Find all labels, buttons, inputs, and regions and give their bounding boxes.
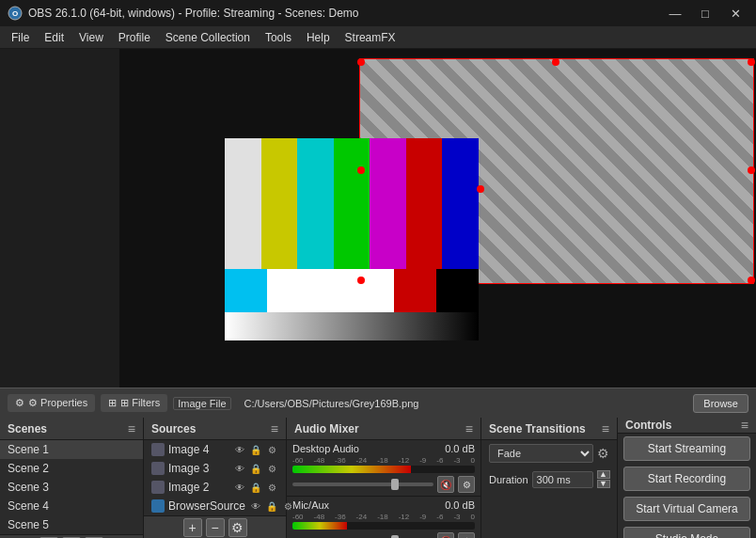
start-recording-button[interactable]: Start Recording (623, 467, 750, 491)
scene-item[interactable]: Scene 4 (0, 497, 143, 515)
mute-button[interactable]: 🔇 (437, 532, 454, 538)
audio-fader[interactable] (292, 483, 433, 486)
sources-list: Image 4👁🔒⚙Image 3👁🔒⚙Image 2👁🔒⚙BrowserSou… (144, 440, 286, 515)
duration-down-button[interactable]: ▼ (597, 480, 610, 488)
handle-br[interactable] (748, 277, 755, 284)
bar-bottom-white (267, 269, 394, 312)
handle-bl[interactable] (357, 277, 365, 284)
minimize-button[interactable]: — (662, 3, 688, 24)
lock-button[interactable]: 🔒 (249, 481, 262, 494)
tick: -18 (377, 456, 388, 465)
handle-ml[interactable] (357, 166, 365, 174)
start-streaming-button[interactable]: Start Streaming (623, 436, 750, 461)
titlebar-title: OBS 26.1.0 (64-bit, windows) - Profile: … (28, 7, 358, 20)
lock-button[interactable]: 🔒 (249, 443, 262, 456)
menu-item-help[interactable]: Help (299, 29, 338, 46)
tick: -3 (453, 456, 460, 465)
menu-item-view[interactable]: View (71, 29, 111, 46)
menu-item-file[interactable]: File (4, 29, 37, 46)
lock-button[interactable]: 🔒 (265, 499, 278, 513)
color-bars-source[interactable] (225, 138, 479, 340)
settings-button[interactable]: ⚙ (265, 443, 278, 456)
handle-tr[interactable] (748, 58, 755, 66)
settings-button[interactable]: ⚙ (265, 462, 278, 475)
properties-tab[interactable]: ⚙ ⚙ Properties (8, 394, 95, 412)
source-item[interactable]: BrowserSource👁🔒⚙ (144, 497, 286, 515)
audio-settings-button[interactable]: ⚙ (458, 476, 475, 493)
scene-item[interactable]: Scene 5 (0, 515, 143, 534)
controls-buttons: Start StreamingStart RecordingStart Virt… (618, 434, 756, 538)
browse-button[interactable]: Browse (693, 394, 748, 413)
source-settings-button[interactable]: ⚙ (228, 518, 247, 537)
handle-mr[interactable] (748, 166, 755, 174)
filters-tab[interactable]: ⊞ ⊞ Filters (101, 394, 167, 412)
transitions-header: Scene Transitions ≡ (481, 418, 617, 440)
tick: -6 (436, 513, 443, 521)
settings-button[interactable]: ⚙ (265, 481, 278, 494)
meter-ticks: -60-48-36-24-18-12-9-6-30 (292, 513, 475, 521)
visibility-button[interactable]: 👁 (249, 499, 262, 513)
image-source-icon (151, 443, 165, 456)
source-controls: 👁🔒⚙ (233, 462, 278, 475)
duration-up-button[interactable]: ▲ (597, 470, 610, 479)
menu-item-profile[interactable]: Profile (111, 29, 158, 46)
transitions-menu-icon[interactable]: ≡ (602, 421, 609, 436)
image-file-label: Image File (173, 397, 230, 410)
audio-channel-header: Desktop Audio 0.0 dB (292, 443, 475, 454)
scenes-panel: Scenes ≡ Scene 1Scene 2Scene 3Scene 4Sce… (0, 418, 144, 538)
controls-title: Controls (625, 419, 671, 432)
controls-header: Controls ≡ (618, 418, 756, 434)
visibility-button[interactable]: 👁 (233, 481, 246, 494)
visibility-button[interactable]: 👁 (233, 443, 246, 456)
source-item[interactable]: Image 3👁🔒⚙ (144, 459, 286, 478)
transition-gear-icon[interactable]: ⚙ (597, 446, 609, 461)
scene-item[interactable]: Scene 1 (0, 440, 143, 459)
audio-db: 0.0 dB (445, 499, 475, 511)
sources-panel: Sources ≡ Image 4👁🔒⚙Image 3👁🔒⚙Image 2👁🔒⚙… (144, 418, 287, 538)
audio-title: Audio Mixer (294, 422, 359, 435)
filters-label: ⊞ Filters (120, 397, 160, 409)
studio-mode-button[interactable]: Studio Mode (623, 527, 750, 538)
source-item[interactable]: Image 2👁🔒⚙ (144, 478, 286, 497)
controls-menu-icon[interactable]: ≡ (741, 418, 748, 433)
transition-select[interactable]: Fade Cut Swipe Slide (489, 444, 593, 463)
handle-bc[interactable] (477, 185, 484, 193)
audio-menu-icon[interactable]: ≡ (465, 421, 473, 436)
transitions-title: Scene Transitions (489, 422, 586, 435)
browser-source-icon (151, 499, 165, 513)
scene-item[interactable]: Scene 3 (0, 478, 143, 497)
remove-source-button[interactable]: − (206, 518, 225, 537)
source-name: Image 4 (168, 443, 209, 456)
menu-item-edit[interactable]: Edit (37, 29, 71, 46)
audio-meter-fill (292, 522, 347, 530)
add-source-button[interactable]: + (183, 518, 202, 537)
scene-item[interactable]: Scene 2 (0, 459, 143, 478)
bar-bottom-red (394, 269, 436, 312)
source-name: Image 2 (168, 481, 209, 494)
sources-menu-icon[interactable]: ≡ (271, 421, 278, 436)
menu-item-tools[interactable]: Tools (258, 29, 299, 46)
close-button[interactable]: ✕ (722, 3, 748, 24)
maximize-button[interactable]: □ (692, 3, 718, 24)
filename-text: C:/Users/OBS/Pictures/Grey169B.png (237, 398, 688, 409)
bottom-panel: Scenes ≡ Scene 1Scene 2Scene 3Scene 4Sce… (0, 418, 756, 538)
menu-item-scene-collection[interactable]: Scene Collection (158, 29, 258, 46)
mute-button[interactable]: 🔇 (437, 476, 454, 493)
preview-left-sidebar (0, 49, 119, 388)
scenes-menu-icon[interactable]: ≡ (128, 421, 135, 436)
tick: -60 (292, 513, 304, 521)
handle-tc[interactable] (552, 58, 559, 66)
handle-tl[interactable] (357, 58, 365, 66)
transitions-panel: Scene Transitions ≡ Fade Cut Swipe Slide… (481, 418, 618, 538)
transition-type-row: Fade Cut Swipe Slide ⚙ (481, 440, 617, 467)
bar-blue (442, 138, 479, 269)
duration-input[interactable] (532, 471, 593, 488)
audio-settings-button[interactable]: ⚙ (458, 532, 475, 538)
visibility-button[interactable]: 👁 (233, 462, 246, 475)
source-item[interactable]: Image 4👁🔒⚙ (144, 440, 286, 459)
menu-item-streamfx[interactable]: StreamFX (338, 29, 403, 46)
lock-button[interactable]: 🔒 (249, 462, 262, 475)
start-virtual-camera-button[interactable]: Start Virtual Camera (623, 497, 750, 521)
scenes-list: Scene 1Scene 2Scene 3Scene 4Scene 5Scene… (0, 440, 143, 534)
meter-ticks: -60-48-36-24-18-12-9-6-30 (292, 456, 475, 465)
